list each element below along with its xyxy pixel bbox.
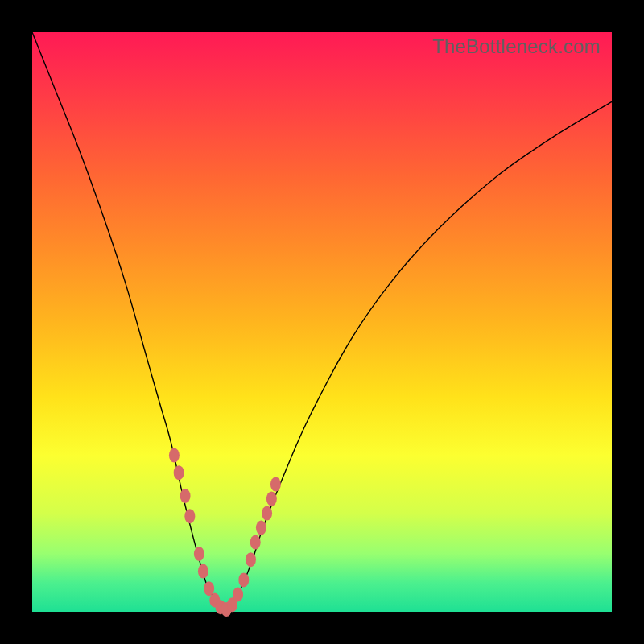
dot — [169, 448, 180, 463]
dot — [180, 489, 191, 503]
outer-frame: TheBottleneck.com — [0, 0, 644, 644]
dot — [246, 552, 256, 567]
bottleneck-curve — [32, 32, 612, 612]
curve-overlay — [32, 32, 612, 612]
dot — [270, 477, 281, 492]
plot-area: TheBottleneck.com — [32, 32, 612, 612]
dot — [262, 506, 272, 521]
dot — [233, 587, 243, 601]
dot — [266, 492, 277, 506]
dot — [194, 547, 204, 561]
dot — [184, 509, 195, 523]
dot — [198, 564, 208, 579]
highlighted-dots — [169, 448, 281, 617]
dot — [238, 572, 249, 587]
dot — [250, 535, 261, 550]
dot — [256, 521, 266, 535]
dot — [174, 465, 184, 480]
